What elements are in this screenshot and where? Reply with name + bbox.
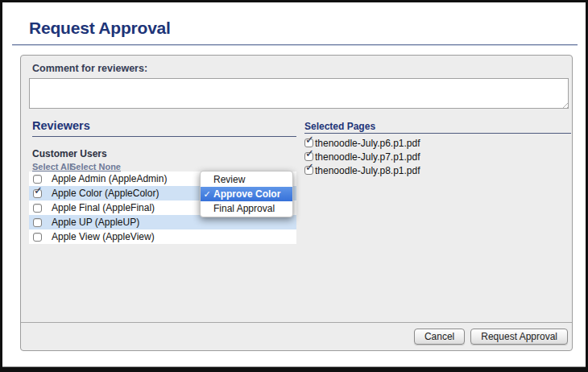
footer-button-bar: Cancel Request Approval [21, 324, 568, 349]
checkbox[interactable]: ✓ [304, 138, 313, 147]
user-label: Apple UP (AppleUP) [52, 217, 139, 228]
cancel-button[interactable]: Cancel [414, 329, 465, 345]
checkmark-icon: ✓ [305, 162, 314, 172]
selected-pages-divider [304, 133, 571, 134]
checkbox[interactable]: ✓ [33, 233, 42, 242]
file-row[interactable]: ✓ thenoodle-July.p7.p1.pdf [304, 150, 420, 163]
menu-item-final-approval[interactable]: ✓ Final Approval [201, 201, 292, 216]
comment-label: Comment for reviewers: [32, 63, 147, 74]
page-title: Request Approval [29, 19, 171, 38]
user-row-apple-view[interactable]: ✓ Apple View (AppleView) [29, 229, 296, 244]
checkbox[interactable]: ✓ [33, 189, 42, 198]
request-approval-dialog: Request Approval Comment for reviewers: … [0, 0, 588, 372]
request-approval-button[interactable]: Request Approval [470, 329, 568, 345]
checkbox[interactable]: ✓ [33, 218, 42, 227]
user-label: Apple Color (AppleColor) [52, 188, 159, 199]
title-divider [12, 44, 578, 46]
selected-pages-heading: Selected Pages [304, 121, 375, 132]
comment-textarea[interactable] [29, 78, 569, 109]
selected-pages-list: ✓ thenoodle-July.p6.p1.pdf ✓ thenoodle-J… [304, 136, 420, 177]
checkmark-icon: ✓ [34, 185, 43, 196]
user-label: Apple Final (AppleFinal) [52, 202, 155, 213]
menu-item-approve-color[interactable]: ✓ Approve Color [201, 187, 292, 201]
menu-item-review[interactable]: ✓ Review [201, 172, 292, 187]
file-label: thenoodle-July.p7.p1.pdf [315, 151, 420, 163]
reviewers-heading: Reviewers [32, 119, 90, 132]
checkmark-icon: ✓ [201, 189, 213, 200]
file-label: thenoodle-July.p8.p1.pdf [315, 165, 420, 176]
checkmark-icon: ✓ [305, 134, 314, 145]
file-label: thenoodle-July.p6.p1.pdf [315, 138, 420, 149]
select-all-link[interactable]: Select All [32, 162, 72, 172]
checkbox[interactable]: ✓ [304, 152, 313, 161]
select-none-link[interactable]: Select None [70, 162, 121, 172]
checkbox[interactable]: ✓ [33, 204, 42, 213]
approval-role-menu: ✓ Review ✓ Approve Color ✓ Final Approva… [200, 171, 293, 217]
reviewers-divider [32, 136, 296, 137]
file-row[interactable]: ✓ thenoodle-July.p6.p1.pdf [304, 136, 420, 150]
checkbox[interactable]: ✓ [304, 166, 313, 175]
checkmark-icon: ✓ [305, 148, 314, 159]
menu-item-label: Final Approval [213, 203, 275, 214]
menu-item-label: Approve Color [213, 188, 280, 200]
footer-divider [21, 322, 572, 323]
user-label: Apple View (AppleView) [52, 231, 155, 242]
user-label: Apple Admin (AppleAdmin) [52, 173, 167, 184]
customer-users-label: Customer Users [32, 148, 107, 159]
menu-item-label: Review [213, 174, 245, 185]
file-row[interactable]: ✓ thenoodle-July.p8.p1.pdf [304, 163, 420, 177]
checkbox[interactable]: ✓ [33, 175, 42, 184]
